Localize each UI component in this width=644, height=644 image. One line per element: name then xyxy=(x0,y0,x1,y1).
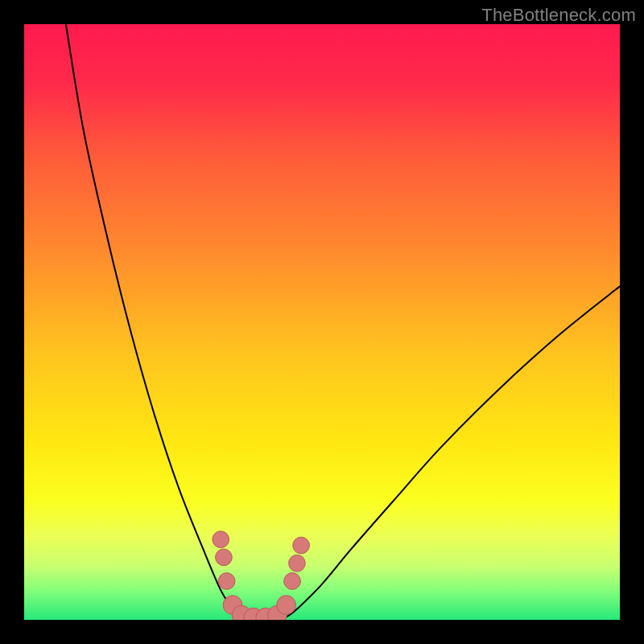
marker-point xyxy=(289,555,306,572)
marker-point xyxy=(277,596,296,615)
chart-container: TheBottleneck.com xyxy=(0,0,644,644)
watermark-text: TheBottleneck.com xyxy=(481,5,636,26)
marker-point xyxy=(213,531,229,548)
marker-point xyxy=(284,573,301,590)
marker-point xyxy=(293,537,310,554)
marker-point xyxy=(216,549,233,566)
bottleneck-chart xyxy=(24,24,620,620)
marker-point xyxy=(218,573,235,590)
gradient-background xyxy=(24,24,620,620)
